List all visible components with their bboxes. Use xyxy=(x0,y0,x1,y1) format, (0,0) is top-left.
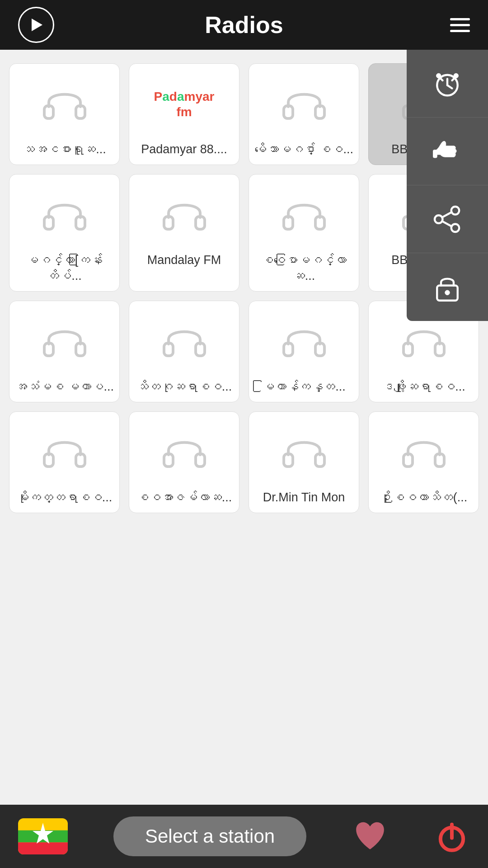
thumbs-up-icon xyxy=(432,136,463,167)
power-button[interactable] xyxy=(434,818,470,854)
lock-panel-item[interactable] xyxy=(407,253,488,321)
station-label-11: မြကာန်ကန္တ... xyxy=(262,379,346,395)
station-icon-15 xyxy=(272,421,336,484)
station-card-2[interactable]: Padamyarfm Padamyar 88.... xyxy=(129,63,239,165)
station-icon-14 xyxy=(153,421,216,484)
svg-line-12 xyxy=(442,212,452,217)
share-panel-item[interactable] xyxy=(407,185,488,253)
favorites-button[interactable] xyxy=(352,818,388,854)
flag-button[interactable] xyxy=(18,818,68,854)
station-label-2: Padamyar 88.... xyxy=(141,142,227,157)
station-icon-7 xyxy=(272,184,336,247)
station-card-6[interactable]: Mandalay FM xyxy=(129,174,239,292)
station-icon-13 xyxy=(33,421,96,484)
station-card-5[interactable]: မင်္ဂလာ[ကြန်းတိပ်... xyxy=(9,174,120,292)
station-label-10: သိတဂုဆရာစဝ... xyxy=(136,379,232,395)
station-label-6: Mandalay FM xyxy=(147,252,221,268)
svg-point-15 xyxy=(445,290,450,295)
lock-icon xyxy=(432,271,463,303)
station-icon-9 xyxy=(33,310,96,373)
station-card-7[interactable]: စဝပြောမင်္ဂလာဆ... xyxy=(249,174,359,292)
station-card-11[interactable]: မြကာန်ကန္တ... xyxy=(249,301,359,402)
bottom-bar: Select a station xyxy=(0,805,488,868)
svg-point-10 xyxy=(451,224,460,232)
station-label-14: စဝအာဇမ်လာဆ... xyxy=(136,490,232,505)
station-label-12: ဒဖျို့းဆရာစဝ... xyxy=(382,379,465,395)
heart-icon xyxy=(352,818,388,854)
svg-line-13 xyxy=(442,221,452,226)
menu-button[interactable] xyxy=(450,18,470,32)
station-icon-1 xyxy=(33,73,96,136)
station-card-13[interactable]: မိုးကတ္တရာစဝ... xyxy=(9,411,120,513)
app-header: Radios xyxy=(0,0,488,50)
page-title: Radios xyxy=(205,11,283,38)
svg-point-9 xyxy=(451,207,460,215)
station-card-10[interactable]: သိတဂုဆရာစဝ... xyxy=(129,301,239,402)
station-icon-6 xyxy=(153,184,216,247)
alarm-icon xyxy=(432,68,463,99)
station-label-9: အသံမစ မဟာပ... xyxy=(15,379,114,395)
svg-line-3 xyxy=(447,85,452,88)
station-icon-2: Padamyarfm xyxy=(153,73,216,136)
station-label-5: မင်္ဂလာ[ကြန်းတိပ်... xyxy=(14,252,115,284)
station-label-1: သအငဝားရူဆ... xyxy=(23,142,106,157)
station-label-16: ဉိုးစဝဟာသိတ(... xyxy=(380,490,468,505)
station-card-3[interactable]: မိဘောမင်္ဂာ စဝ... xyxy=(249,63,359,165)
side-panel xyxy=(407,50,488,321)
svg-point-6 xyxy=(436,73,441,78)
station-label-3: မိဘောမင်္ဂာ စဝ... xyxy=(254,142,353,157)
station-icon-3 xyxy=(272,73,336,136)
station-label-13: မိုးကတ္တရာစဝ... xyxy=(17,490,113,505)
alarm-panel-item[interactable] xyxy=(407,50,488,118)
station-card-14[interactable]: စဝအာဇမ်လာဆ... xyxy=(129,411,239,513)
station-card-9[interactable]: အသံမစ မဟာပ... xyxy=(9,301,120,402)
station-icon-5 xyxy=(33,184,96,247)
thumbs-up-panel-item[interactable] xyxy=(407,118,488,185)
svg-point-7 xyxy=(454,73,459,78)
play-button[interactable] xyxy=(18,7,54,43)
station-label-15: Dr.Min Tin Mon xyxy=(263,490,345,505)
station-card-16[interactable]: ဉိုးစဝဟာသိတ(... xyxy=(368,411,479,513)
station-icon-16 xyxy=(392,421,455,484)
station-icon-11 xyxy=(272,310,336,373)
svg-rect-8 xyxy=(433,150,437,158)
station-card-1[interactable]: သအငဝားရူဆ... xyxy=(9,63,120,165)
svg-point-11 xyxy=(435,215,443,223)
station-label-7: စဝပြောမင်္ဂလာဆ... xyxy=(253,252,354,284)
station-card-15[interactable]: Dr.Min Tin Mon xyxy=(249,411,359,513)
svg-rect-48 xyxy=(18,842,68,854)
share-icon xyxy=(432,203,463,235)
power-icon xyxy=(434,818,470,854)
select-station-button[interactable]: Select a station xyxy=(113,816,306,856)
svg-marker-0 xyxy=(32,19,42,31)
station-icon-10 xyxy=(153,310,216,373)
